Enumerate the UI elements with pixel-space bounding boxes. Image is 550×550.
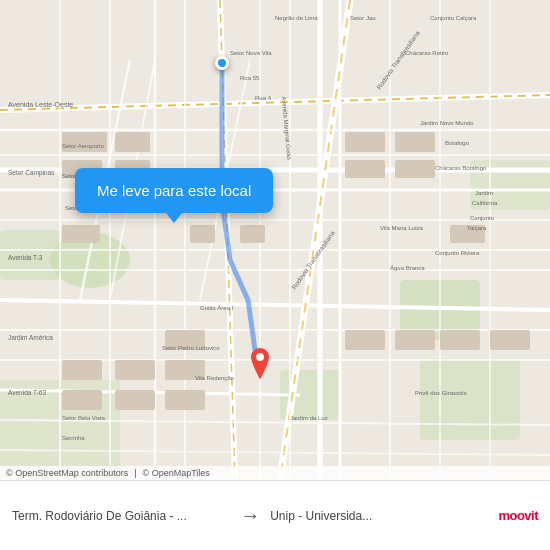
svg-rect-50 [345, 160, 385, 178]
svg-text:Rua 4: Rua 4 [255, 95, 272, 101]
map-attribution: © OpenStreetMap contributors | © OpenMap… [0, 466, 550, 480]
svg-rect-44 [115, 132, 150, 152]
svg-rect-59 [62, 390, 102, 410]
svg-text:Vila Maria Luíza: Vila Maria Luíza [380, 225, 424, 231]
svg-rect-51 [395, 160, 435, 178]
svg-text:Califórnia: Califórnia [472, 200, 498, 206]
route-from: Term. Rodoviário De Goiânia - ... [12, 509, 230, 523]
svg-text:Conjunto Calçara: Conjunto Calçara [430, 15, 477, 21]
svg-rect-47 [240, 225, 265, 243]
location-tooltip[interactable]: Me leve para este local [75, 168, 273, 213]
svg-rect-61 [165, 390, 205, 410]
tooltip-text: Me leve para este local [97, 182, 251, 199]
origin-marker [215, 56, 229, 70]
svg-rect-54 [395, 330, 435, 350]
svg-text:Serrinha: Serrinha [62, 435, 85, 441]
arrow-icon: → [240, 504, 260, 527]
svg-rect-43 [62, 225, 100, 243]
svg-text:Taiçara: Taiçara [467, 225, 487, 231]
svg-text:Vila Redenção: Vila Redenção [195, 375, 235, 381]
svg-text:Chácaras Botafogo: Chácaras Botafogo [435, 165, 487, 171]
svg-rect-48 [345, 132, 385, 152]
svg-rect-4 [420, 360, 520, 440]
route-from-label: Term. Rodoviário De Goiânia - ... [12, 509, 230, 523]
tiles-attribution: © OpenMapTiles [143, 468, 210, 478]
svg-rect-60 [115, 390, 155, 410]
svg-text:Avenida T-63: Avenida T-63 [8, 389, 46, 396]
route-to: Unip - Universida... [270, 509, 488, 523]
svg-text:Jardim Novo Mundo: Jardim Novo Mundo [420, 120, 474, 126]
svg-rect-49 [395, 132, 435, 152]
svg-text:Privê dos Girassóis: Privê dos Girassóis [415, 390, 467, 396]
bottom-bar: Term. Rodoviário De Goiânia - ... → Unip… [0, 480, 550, 550]
svg-text:Jardim América: Jardim América [8, 334, 53, 341]
svg-text:Setor Nova Vila: Setor Nova Vila [230, 50, 272, 56]
svg-rect-58 [62, 360, 102, 380]
svg-text:Goiás Área I: Goiás Área I [200, 305, 234, 311]
svg-text:Setor Jau: Setor Jau [350, 15, 376, 21]
svg-rect-62 [440, 330, 480, 350]
svg-point-99 [256, 353, 264, 361]
svg-text:Setor Bela Vista: Setor Bela Vista [62, 415, 106, 421]
moovit-logo: moovit [498, 508, 538, 523]
moovit-text: moovit [498, 508, 538, 523]
osm-attribution: © OpenStreetMap contributors [6, 468, 128, 478]
svg-text:Negrão de Lima: Negrão de Lima [275, 15, 318, 21]
svg-rect-57 [115, 360, 155, 380]
svg-rect-41 [62, 132, 107, 152]
svg-text:Jardim: Jardim [475, 190, 493, 196]
svg-rect-53 [345, 330, 385, 350]
route-to-label: Unip - Universida... [270, 509, 488, 523]
svg-rect-46 [190, 225, 215, 243]
svg-text:Chácaras Retiro: Chácaras Retiro [405, 50, 449, 56]
svg-rect-63 [490, 330, 530, 350]
svg-text:Avenida T-3: Avenida T-3 [8, 254, 43, 261]
destination-marker [246, 348, 274, 388]
svg-text:Conjunto Riviera: Conjunto Riviera [435, 250, 480, 256]
map-container[interactable]: Avenida Leste-Oeste Setor Campinas Setor… [0, 0, 550, 480]
svg-text:Água Branca: Água Branca [390, 265, 425, 271]
svg-text:Avenida Leste-Oeste: Avenida Leste-Oeste [8, 101, 73, 108]
svg-text:Conjunto: Conjunto [470, 215, 495, 221]
svg-text:Jardim da Luz: Jardim da Luz [290, 415, 328, 421]
route-arrow: → [230, 504, 270, 527]
svg-text:Setor Campinas: Setor Campinas [8, 169, 55, 177]
svg-text:Setor Aeroporto: Setor Aeroporto [62, 143, 105, 149]
svg-text:Botafogo: Botafogo [445, 140, 470, 146]
svg-text:Rua 55: Rua 55 [240, 75, 260, 81]
svg-text:Setor Pedro Ludovico: Setor Pedro Ludovico [162, 345, 220, 351]
